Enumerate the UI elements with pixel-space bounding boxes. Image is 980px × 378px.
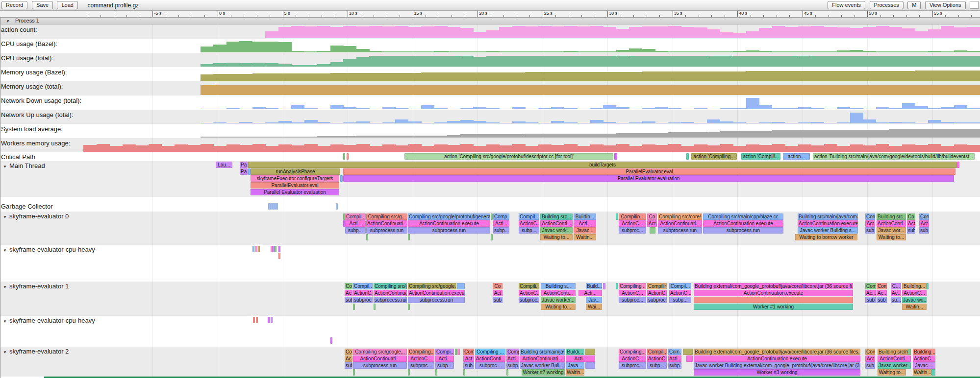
trace-slice[interactable]: sub	[919, 227, 929, 234]
trace-slice[interactable]: Waiting to...	[877, 234, 906, 240]
trace-slice[interactable]: C...	[891, 283, 901, 289]
collapse-arrow-icon[interactable]: ▼	[3, 215, 7, 219]
trace-slice[interactable]: Compiling...	[408, 349, 434, 355]
trace-slice[interactable]: Javac wor...	[877, 227, 906, 234]
trace-slice[interactable]: ActionContinuati...	[366, 220, 407, 227]
trace-slice[interactable]: subproc...	[408, 362, 434, 369]
trace-slice[interactable]: Compilin...	[619, 213, 646, 220]
trace-slice[interactable]: Com	[919, 213, 929, 220]
trace-slice[interactable]: subprocess.run	[408, 227, 490, 234]
trace-slice[interactable]: action 'Building src/main/java/com/googl…	[813, 153, 975, 160]
trace-slice[interactable]: ActionC...	[519, 220, 539, 227]
trace-slice[interactable]: ActionC...	[619, 220, 646, 227]
trace-slice[interactable]: ActionContinuati...	[353, 355, 407, 362]
collapse-arrow-icon[interactable]: ▼	[3, 350, 7, 354]
trace-slice[interactable]: subproc...	[647, 297, 667, 303]
trace-slice[interactable]: subprocess.run	[658, 227, 702, 234]
trace-slice[interactable]: sub	[907, 227, 915, 234]
trace-slice[interactable]: Com	[865, 283, 876, 289]
trace-slice[interactable]	[585, 349, 595, 355]
trace-slice[interactable]: Compil...	[353, 283, 373, 289]
trace-slice[interactable]: Building s...	[541, 283, 576, 289]
trace-slice[interactable]: Building src/main/java/com/go...	[798, 213, 858, 220]
trace-slice[interactable]: subprocess.run	[374, 297, 407, 303]
trace-slice[interactable]: Ac...	[345, 355, 352, 362]
trace-slice[interactable]: ActionConti...	[475, 355, 505, 362]
trace-slice[interactable]: Lau...	[216, 162, 232, 168]
trace-slice[interactable]: ActionContinuati...	[374, 290, 407, 296]
trace-slice[interactable]: ActionConti...	[541, 290, 576, 296]
collapse-arrow-icon[interactable]: ▼	[3, 165, 7, 169]
trace-slice[interactable]: Ac...	[877, 290, 887, 296]
trace-slice[interactable]	[366, 234, 368, 240]
trace-slice[interactable]	[374, 304, 376, 310]
trace-slice[interactable]: Compil...	[669, 283, 691, 289]
trace-slice[interactable]: ActionC...	[902, 290, 927, 296]
trace-slice[interactable]	[252, 246, 254, 252]
trace-slice[interactable]: Acti...	[578, 290, 602, 296]
trace-slice[interactable]	[603, 283, 605, 289]
trace-slice[interactable]: ActionConti...	[878, 355, 911, 362]
trace-slice[interactable]	[340, 175, 343, 182]
trace-slice[interactable]: Parallel Evaluator evaluation	[251, 189, 339, 195]
trace-slice[interactable]	[491, 213, 493, 220]
collapse-arrow-icon[interactable]: ▼	[3, 319, 7, 324]
trace-slice[interactable]	[927, 283, 929, 289]
trace-slice[interactable]: Wai...	[586, 304, 602, 310]
trace-slice[interactable]: subprocess.run	[408, 297, 465, 303]
trace-slice[interactable]: sub	[865, 227, 875, 234]
trace-slice[interactable]: Compiling src/core/...	[658, 213, 702, 220]
trace-slice[interactable]: Waiting to...	[540, 234, 573, 240]
trace-slice[interactable]: Acti...	[566, 355, 595, 362]
trace-slice[interactable]: subprocess.run	[353, 362, 407, 369]
trace-slice[interactable]: ActionC...	[353, 290, 373, 296]
trace-slice[interactable]: Worker #1 working	[694, 304, 853, 310]
trace-slice[interactable]: subp...	[647, 362, 667, 369]
trace-slice[interactable]: Javac worker Building s...	[798, 227, 858, 234]
trace-slice[interactable]: Compiling src/g...	[374, 283, 407, 289]
trace-slice[interactable]: subp...	[493, 227, 509, 234]
trace-slice[interactable]: Compiling src/google/protobuf/generat...	[408, 213, 490, 220]
trace-slice[interactable]	[683, 349, 693, 355]
trace-slice[interactable]: Com	[865, 213, 875, 220]
trace-slice[interactable]: Act	[463, 355, 474, 362]
trace-slice[interactable]: Compil...	[519, 213, 539, 220]
trace-slice[interactable]: Compiling src/main/cpp/blaze.cc	[703, 213, 783, 220]
trace-slice[interactable]: Par	[240, 162, 248, 168]
trace-slice[interactable]	[256, 317, 258, 323]
trace-slice[interactable]: Act	[907, 220, 915, 227]
trace-slice[interactable]: ActionC...	[408, 355, 434, 362]
trace-slice[interactable]: Building src/main/jav...	[520, 349, 565, 355]
trace-slice[interactable]: sub	[493, 297, 503, 303]
trace-slice[interactable]: Javac worker...	[878, 362, 911, 369]
trace-slice[interactable]: subp...	[435, 362, 454, 369]
collapse-arrow-icon[interactable]: ▼	[3, 285, 7, 289]
trace-slice[interactable]: action 'Compiling...	[691, 153, 737, 160]
trace-slice[interactable]: subp...	[506, 362, 519, 369]
trace-slice[interactable]: sub	[865, 297, 876, 303]
trace-slice[interactable]	[694, 297, 853, 303]
trace-slice[interactable]: ActionContinuation.execute	[408, 220, 490, 227]
trace-slice[interactable]: Javac...	[574, 227, 596, 234]
trace-slice[interactable]: ActionConti...	[877, 220, 906, 227]
trace-slice[interactable]	[408, 234, 410, 240]
trace-slice[interactable]: Building external/com_google_protobuf/ja…	[694, 349, 860, 355]
trace-slice[interactable]: ActionC...	[619, 290, 646, 296]
trace-slice[interactable]: Worker #7 working	[522, 369, 565, 376]
trace-slice[interactable]: Compiling ...	[619, 283, 646, 289]
trace-slice[interactable]: sub	[463, 362, 474, 369]
trace-slice[interactable]: Waiting to borrow worker	[795, 234, 857, 240]
trace-slice[interactable]	[463, 369, 465, 376]
trace-slice[interactable]: Com...	[668, 349, 681, 355]
trace-slice[interactable]: Building src...	[540, 213, 573, 220]
trace-slice[interactable]: ParallelEvaluator.eval	[251, 182, 339, 189]
trace-slice[interactable]: Compiling src/google...	[408, 283, 456, 289]
trace-slice[interactable]	[353, 369, 355, 376]
trace-slice[interactable]: Jav...	[586, 297, 602, 303]
trace-slice[interactable]: Waitin...	[902, 304, 927, 310]
trace-slice[interactable]: subproc...	[475, 362, 505, 369]
trace-slice[interactable]: subp...	[668, 362, 681, 369]
trace-slice[interactable]: buildTargets	[248, 162, 957, 168]
trace-slice[interactable]: Compilin...	[647, 283, 667, 289]
trace-slice[interactable]	[650, 227, 655, 234]
